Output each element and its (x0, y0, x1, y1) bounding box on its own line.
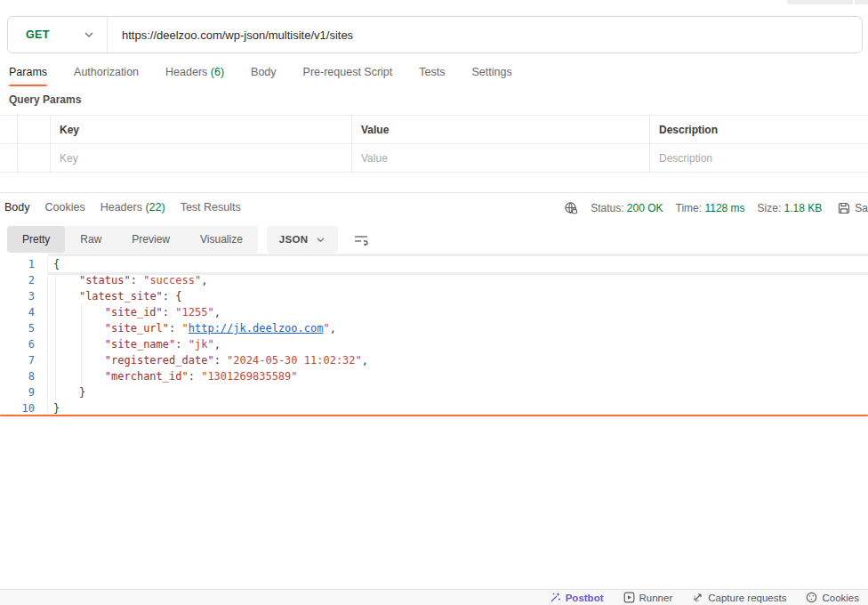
code-token: " (323, 322, 329, 335)
save-response-button[interactable]: Sa (838, 202, 868, 214)
column-header-key: Key (50, 116, 351, 143)
tab-pre-request-script[interactable]: Pre-request Script (303, 66, 393, 86)
code-line[interactable]: 4 "site_id": "1255", (0, 304, 868, 320)
chevron-down-icon (316, 237, 326, 243)
code-token: { (175, 290, 181, 302)
runner-icon (623, 592, 635, 603)
cookie-icon (806, 592, 817, 603)
tab-params[interactable]: Params (9, 66, 47, 86)
param-description-input[interactable] (659, 152, 868, 165)
code-line[interactable]: 6 "site_name": "jk", (0, 336, 868, 352)
code-token: , (214, 338, 221, 351)
time-value: 1128 ms (704, 202, 744, 214)
code-token (53, 338, 105, 351)
headers-count: (6) (211, 66, 224, 78)
param-key-input[interactable] (60, 152, 351, 165)
bottom-status-bar: Postbot Runner Capture requests Cookies (0, 589, 868, 605)
code-token (53, 322, 105, 335)
status-value: 200 OK (627, 202, 663, 214)
code-token: "status" (79, 274, 131, 286)
url-input[interactable] (108, 17, 862, 52)
language-dropdown[interactable]: JSON (267, 226, 339, 253)
param-value-input[interactable] (361, 152, 649, 165)
postbot-label: Postbot (566, 593, 604, 603)
checkbox-cell (17, 144, 50, 172)
code-token: , (201, 274, 207, 286)
code-token: , (362, 354, 368, 367)
chevron-down-icon (84, 31, 94, 38)
indent-guide (81, 304, 82, 320)
code-token: : (163, 306, 175, 319)
column-header-description: Description (649, 116, 868, 143)
code-token: : (175, 338, 188, 351)
response-body-editor[interactable]: 1{2 "status": "success",3 "latest_site":… (0, 256, 868, 416)
mode-raw[interactable]: Raw (65, 226, 117, 253)
code-token: "jk" (189, 338, 214, 351)
code-token: { (53, 258, 60, 270)
mode-pretty[interactable]: Pretty (7, 226, 65, 253)
response-tab-test-results[interactable]: Test Results (181, 201, 241, 221)
line-number: 2 (0, 272, 48, 288)
code-token: : (214, 354, 227, 367)
code-token: "site_name" (105, 338, 175, 351)
code-token: "1301269835589" (201, 370, 297, 383)
json-url-link[interactable]: http://jk.deelzoo.com (189, 322, 324, 335)
response-tab-cookies[interactable]: Cookies (45, 201, 85, 221)
runner-button[interactable]: Runner (623, 592, 673, 603)
line-number: 8 (0, 368, 48, 384)
wrap-lines-button[interactable] (354, 233, 368, 246)
indent-guide (55, 384, 56, 400)
time-group: Time: 1128 ms (676, 202, 745, 214)
tab-headers[interactable]: Headers (6) (165, 66, 224, 86)
viewer-toolbar: Pretty Raw Preview Visualize JSON (7, 226, 868, 253)
column-header-value: Value (351, 116, 649, 143)
indent-guide (55, 336, 56, 352)
line-number: 7 (0, 352, 48, 368)
network-globe-lock-icon[interactable] (564, 201, 578, 215)
mode-preview[interactable]: Preview (117, 226, 185, 253)
save-icon (838, 202, 850, 214)
code-token (53, 274, 79, 286)
postbot-button[interactable]: Postbot (550, 592, 604, 603)
mode-visualize[interactable]: Visualize (185, 226, 258, 253)
runner-label: Runner (639, 593, 673, 603)
response-tab-body[interactable]: Body (4, 201, 30, 221)
time-label: Time: (676, 202, 703, 214)
tab-settings[interactable]: Settings (471, 66, 511, 86)
method-selector[interactable]: GET (8, 17, 108, 52)
checkbox-column (17, 116, 50, 143)
drag-handle-cell (0, 144, 17, 172)
code-line[interactable]: 7 "registered_date": "2024-05-30 11:02:3… (0, 352, 868, 368)
code-token (53, 386, 79, 399)
cookies-label: Cookies (822, 593, 859, 603)
response-section: Body Cookies Headers (22) Test Results S… (0, 192, 868, 416)
size-label: Size: (758, 202, 782, 214)
status-label: Status: (591, 202, 623, 214)
code-token: : (163, 290, 175, 302)
code-line[interactable]: 5 "site_url": "http://jk.deelzoo.com", (0, 320, 868, 336)
cookies-button[interactable]: Cookies (806, 592, 859, 603)
code-token: : (169, 322, 181, 335)
indent-guide (55, 288, 56, 304)
method-label: GET (26, 28, 50, 41)
response-tab-headers[interactable]: Headers (22) (100, 201, 165, 221)
code-line[interactable]: 1{ (0, 256, 868, 272)
capture-requests-button[interactable]: Capture requests (692, 592, 786, 603)
save-label: Sa (855, 202, 868, 214)
indent-guide (81, 320, 82, 336)
code-line[interactable]: 9 } (0, 384, 868, 400)
request-url-bar: GET (7, 16, 863, 53)
size-group: Size: 1.18 KB (758, 202, 823, 214)
status-group: Status: 200 OK (591, 202, 663, 214)
code-line[interactable]: 8 "merchant_id": "1301269835589" (0, 368, 868, 384)
params-input-row (0, 143, 868, 172)
code-token: "success" (143, 274, 201, 286)
tab-tests[interactable]: Tests (419, 66, 445, 86)
code-token: "merchant_id" (105, 370, 189, 383)
code-line[interactable]: 2 "status": "success", (0, 272, 868, 288)
code-line[interactable]: 10} (0, 400, 868, 416)
tab-authorization[interactable]: Authorization (74, 66, 139, 86)
wrap-lines-icon (354, 233, 368, 246)
code-line[interactable]: 3 "latest_site": { (0, 288, 868, 304)
tab-body[interactable]: Body (251, 66, 277, 86)
